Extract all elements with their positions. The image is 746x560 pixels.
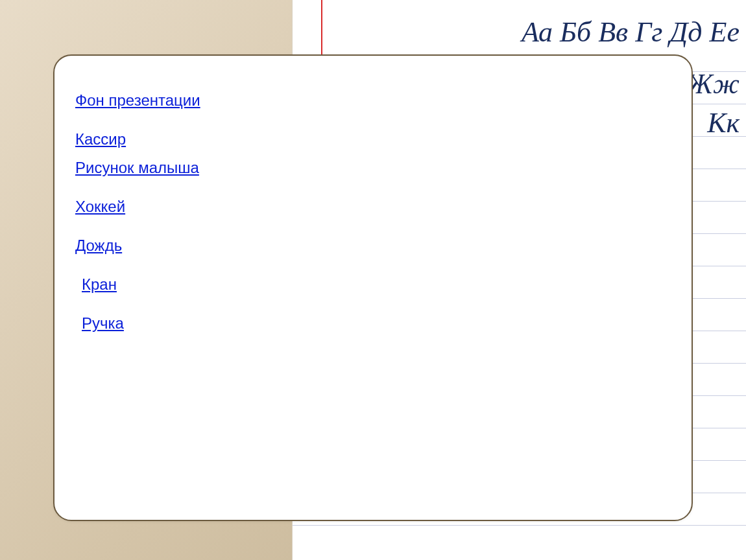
link-cashier[interactable]: Кассир [75, 130, 126, 148]
link-pen[interactable]: Ручка [82, 314, 124, 332]
link-rain[interactable]: Дождь [75, 237, 122, 254]
cursive-alphabet-row-3: Кк [707, 109, 740, 137]
link-presentation-background[interactable]: Фон презентации [75, 91, 200, 109]
content-card: Фон презентации Кассир Рисунок малыша Хо… [53, 54, 693, 521]
cursive-alphabet-row-2: Жж [687, 70, 740, 99]
cursive-alphabet-row-1: Аа Бб Вв Гг Дд Ее [522, 18, 740, 47]
notebook-margin-line [321, 0, 322, 58]
link-crane[interactable]: Кран [82, 275, 117, 293]
link-hockey[interactable]: Хоккей [75, 198, 125, 215]
link-baby-drawing[interactable]: Рисунок малыша [75, 159, 199, 176]
